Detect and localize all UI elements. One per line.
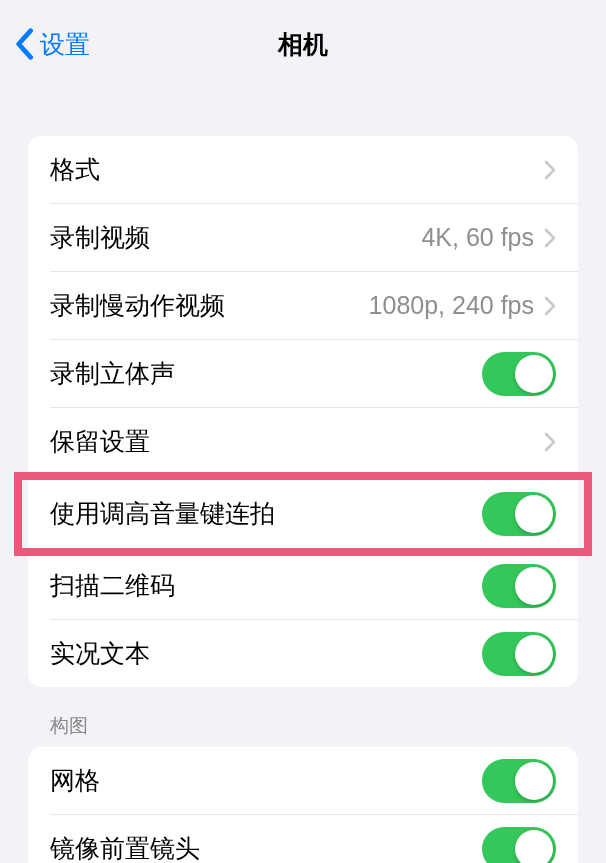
- row-label: 镜像前置镜头: [50, 832, 200, 863]
- row-label: 保留设置: [50, 425, 150, 458]
- row-label: 网格: [50, 764, 100, 797]
- content: 格式 录制视频 4K, 60 fps 录制慢动作视频 1080p, 240 fp…: [0, 88, 606, 863]
- nav-bar: 设置 相机: [0, 0, 606, 88]
- row-label: 录制视频: [50, 221, 150, 254]
- settings-group-composition: 网格 镜像前置镜头: [28, 747, 578, 863]
- row-label: 使用调高音量键连拍: [50, 497, 275, 530]
- back-button[interactable]: 设置: [14, 28, 90, 61]
- toggle-live-text[interactable]: [482, 632, 556, 676]
- row-label: 实况文本: [50, 637, 150, 670]
- toggle-scan-qr[interactable]: [482, 564, 556, 608]
- row-value: 1080p, 240 fps: [369, 291, 534, 320]
- row-live-text: 实况文本: [28, 620, 578, 687]
- row-stereo-sound: 录制立体声: [28, 340, 578, 407]
- row-record-slomo[interactable]: 录制慢动作视频 1080p, 240 fps: [28, 272, 578, 339]
- chevron-right-icon: [544, 296, 556, 316]
- row-label: 扫描二维码: [50, 569, 175, 602]
- row-label: 录制立体声: [50, 357, 175, 390]
- back-label: 设置: [40, 28, 90, 61]
- row-scan-qr: 扫描二维码: [28, 552, 578, 619]
- settings-group-camera: 格式 录制视频 4K, 60 fps 录制慢动作视频 1080p, 240 fp…: [28, 136, 578, 687]
- chevron-right-icon: [544, 228, 556, 248]
- page-title: 相机: [278, 28, 328, 61]
- row-label: 录制慢动作视频: [50, 289, 225, 322]
- chevron-right-icon: [544, 160, 556, 180]
- row-volume-burst: 使用调高音量键连拍: [28, 476, 578, 551]
- toggle-grid[interactable]: [482, 759, 556, 803]
- row-grid: 网格: [28, 747, 578, 814]
- row-value: 4K, 60 fps: [421, 223, 534, 252]
- section-header-composition: 构图: [28, 687, 578, 747]
- toggle-volume-burst[interactable]: [482, 492, 556, 536]
- row-label: 格式: [50, 153, 100, 186]
- row-preserve-settings[interactable]: 保留设置: [28, 408, 578, 475]
- row-format[interactable]: 格式: [28, 136, 578, 203]
- toggle-stereo-sound[interactable]: [482, 352, 556, 396]
- row-record-video[interactable]: 录制视频 4K, 60 fps: [28, 204, 578, 271]
- toggle-mirror-front[interactable]: [482, 827, 556, 864]
- row-mirror-front: 镜像前置镜头: [28, 815, 578, 863]
- chevron-right-icon: [544, 432, 556, 452]
- chevron-left-icon: [14, 28, 34, 60]
